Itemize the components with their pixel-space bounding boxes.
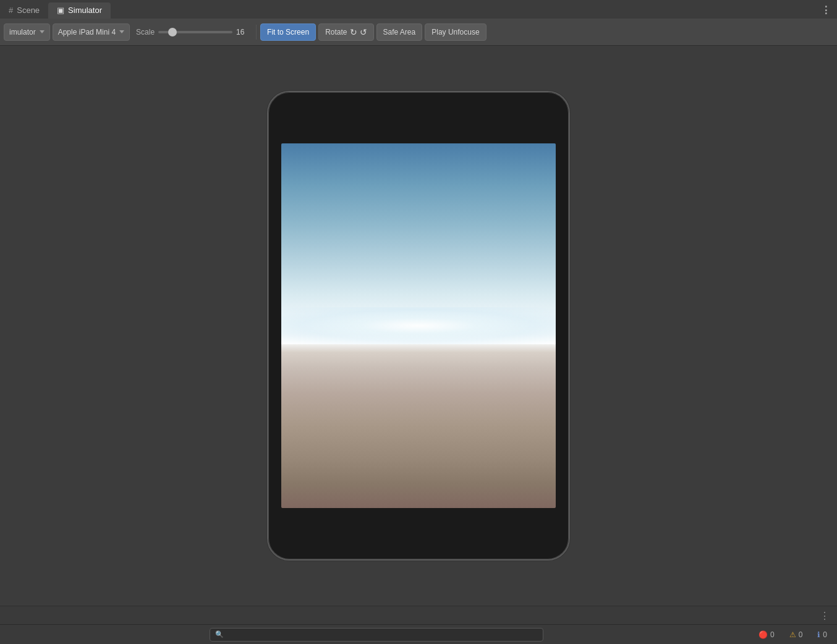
search-icon: 🔍	[215, 630, 224, 638]
error-badge[interactable]: 🔴 0	[754, 629, 780, 640]
info-badge[interactable]: ℹ 0	[812, 629, 832, 640]
safe-area-label: Safe Area	[383, 28, 416, 36]
console-search-input[interactable]	[227, 630, 538, 639]
warning-badge[interactable]: ⚠ 0	[784, 629, 808, 640]
status-bar: ⋮	[0, 606, 837, 624]
search-wrapper: 🔍	[210, 628, 543, 642]
scale-value: 16	[236, 28, 249, 36]
rotate-button[interactable]: Rotate ↻ ↺	[318, 23, 373, 41]
ipad-frame	[267, 91, 570, 561]
bottom-bar: 🔍 🔴 0 ⚠ 0 ℹ 0	[0, 624, 837, 644]
rotate-label: Rotate	[325, 28, 347, 36]
device-dropdown[interactable]: Apple iPad Mini 4	[53, 23, 130, 41]
info-count: 0	[823, 630, 827, 639]
rotate-ccw-icon: ↺	[360, 27, 367, 37]
tab-simulator-label: Simulator	[68, 6, 102, 15]
warning-count: 0	[799, 630, 803, 639]
safe-area-button[interactable]: Safe Area	[376, 23, 423, 41]
scene-icon: #	[9, 6, 13, 15]
ipad-screen	[281, 143, 556, 508]
fit-to-screen-button[interactable]: Fit to Screen	[260, 23, 316, 41]
toolbar-divider-1	[256, 25, 257, 40]
tab-simulator[interactable]: ▣ Simulator	[48, 2, 111, 19]
simulator-mode-dropdown[interactable]: imulator	[4, 23, 50, 41]
info-icon: ℹ	[817, 630, 820, 639]
scale-group: Scale 16	[132, 28, 252, 36]
simulator-viewport	[0, 46, 837, 606]
scale-slider[interactable]	[158, 31, 232, 33]
tab-bar: # Scene ▣ Simulator ⋮	[0, 0, 837, 19]
toolbar: imulator Apple iPad Mini 4 Scale 16 Fit …	[0, 19, 837, 46]
simulator-icon: ▣	[57, 6, 64, 15]
scene-sky	[281, 143, 556, 344]
fit-to-screen-label: Fit to Screen	[267, 28, 309, 36]
play-unfocused-button[interactable]: Play Unfocuse	[425, 23, 486, 41]
tab-scene[interactable]: # Scene	[0, 2, 48, 19]
scene-ground	[281, 344, 556, 509]
status-more-button[interactable]: ⋮	[820, 609, 830, 621]
simulator-mode-chevron	[40, 30, 45, 33]
rotate-cw-icon: ↻	[350, 27, 357, 37]
scale-label: Scale	[136, 28, 155, 36]
tabs-more-button[interactable]: ⋮	[815, 2, 837, 19]
error-icon: 🔴	[758, 630, 768, 639]
device-chevron	[119, 30, 124, 33]
error-count: 0	[770, 630, 775, 639]
warning-icon: ⚠	[789, 630, 796, 639]
tab-scene-label: Scene	[17, 6, 40, 15]
device-label: Apple iPad Mini 4	[58, 28, 116, 36]
play-unfocused-label: Play Unfocuse	[431, 28, 479, 36]
simulator-mode-label: imulator	[9, 28, 36, 36]
